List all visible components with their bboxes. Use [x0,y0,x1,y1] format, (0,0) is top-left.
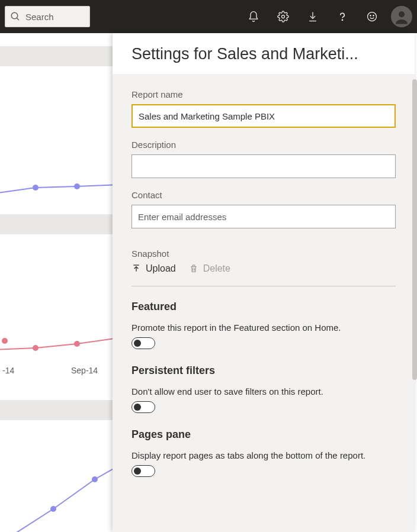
user-avatar[interactable] [391,6,412,27]
snapshot-upload-button[interactable]: Upload [131,263,176,274]
description-input[interactable] [131,154,396,178]
svg-point-0 [11,12,18,19]
report-canvas: -14 Sep-14 [0,33,113,532]
featured-toggle[interactable] [131,337,155,349]
feedback-smile-icon[interactable] [359,4,385,30]
contact-input[interactable] [131,205,396,228]
persistent-filters-title: Persistent filters [131,365,396,377]
top-bar: Search [0,0,417,33]
delete-icon [189,264,198,273]
report-name-label: Report name [131,89,396,99]
snapshot-label: Snapshot [131,249,396,259]
upload-icon [131,264,141,273]
search-input[interactable]: Search [5,6,90,27]
settings-panel: Settings for Sales and Marketi... Report… [113,33,415,532]
pages-pane-desc: Display report pages as tabs along the b… [131,449,396,462]
featured-desc: Promote this report in the Featured sect… [131,321,396,334]
axis-tick-label: Sep-14 [71,366,98,375]
upload-label: Upload [146,263,176,274]
svg-point-17 [92,476,98,482]
featured-title: Featured [131,301,396,313]
download-icon[interactable] [300,4,326,30]
axis-tick-label: -14 [2,366,14,375]
settings-gear-icon[interactable] [270,4,296,30]
delete-label: Delete [203,263,230,274]
svg-point-3 [342,20,342,20]
search-placeholder: Search [25,12,54,22]
svg-point-13 [74,341,80,347]
svg-point-7 [399,11,405,17]
report-name-input[interactable] [131,104,396,128]
section-divider [131,286,396,286]
svg-point-12 [33,345,39,351]
svg-point-9 [33,185,39,191]
description-label: Description [131,140,396,150]
persistent-filters-toggle[interactable] [131,401,155,413]
persistent-filters-desc: Don't allow end user to save filters on … [131,385,396,398]
settings-header: Settings for Sales and Marketi... [113,33,415,74]
settings-body: Report name Description Contact Snapshot… [113,74,415,532]
pages-pane-title: Pages pane [131,428,396,441]
svg-point-4 [368,12,377,21]
svg-point-2 [282,15,285,18]
svg-point-5 [370,15,371,16]
contact-label: Contact [131,190,396,200]
svg-line-1 [17,18,19,20]
snapshot-delete-button: Delete [189,263,230,274]
search-icon [10,11,21,22]
settings-title: Settings for Sales and Marketi... [131,45,396,63]
svg-point-16 [50,506,56,512]
svg-point-10 [74,183,80,189]
svg-point-6 [373,15,374,16]
pages-pane-toggle[interactable] [131,465,155,477]
help-icon[interactable] [329,4,355,30]
svg-point-14 [2,338,8,344]
notifications-icon[interactable] [240,4,267,30]
scrollbar-thumb[interactable] [412,79,417,380]
